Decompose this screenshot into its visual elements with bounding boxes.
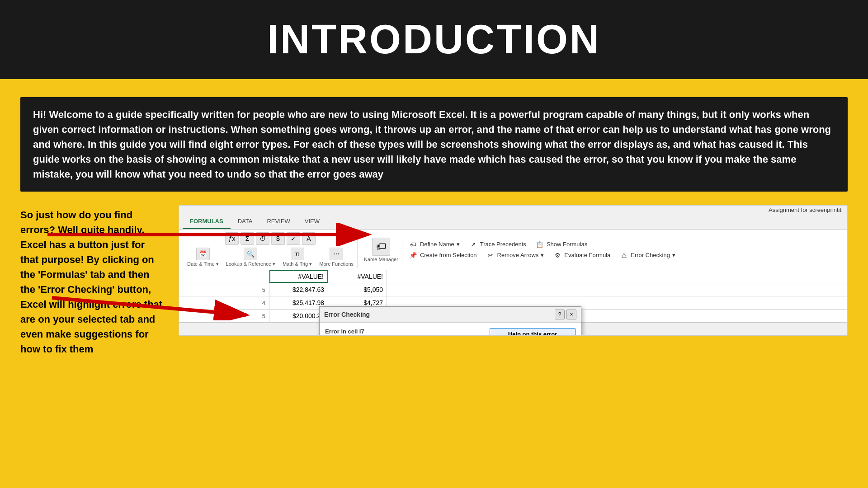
- evaluate-formula-label: Evaluate Formula: [564, 252, 610, 258]
- date-time-icon[interactable]: 📅: [196, 248, 210, 260]
- error-dialog: Error Checking ? × Error in cell I7 =E7+…: [319, 306, 581, 336]
- dialog-close-btn[interactable]: ×: [566, 310, 576, 319]
- tab-view[interactable]: VIEW: [297, 214, 327, 229]
- cell-row-num-3: 5: [179, 310, 269, 322]
- date-time-label: Date & Time ▾: [187, 261, 219, 267]
- define-name-label: Define Name: [420, 241, 454, 248]
- cell-value2[interactable]: #VALUE!: [328, 270, 387, 283]
- logical-icon[interactable]: ✓: [287, 232, 300, 245]
- dialog-help-btn[interactable]: ?: [555, 310, 565, 319]
- error-checking-btn[interactable]: ⚠ Error Checking ▾: [619, 251, 675, 260]
- create-from-selection-label: Create from Selection: [420, 252, 477, 258]
- ribbon-function-group: ƒx Σ ⏱ $ ✓ A 📅 Date & Time ▾: [184, 231, 358, 268]
- show-formulas-btn[interactable]: 📋 Show Formulas: [535, 240, 587, 249]
- remove-arrows-dropdown: ▾: [541, 252, 544, 258]
- financial-icon[interactable]: $: [271, 232, 285, 245]
- ribbon-tabs: FORMULAS DATA REVIEW VIEW: [179, 214, 847, 230]
- show-formulas-icon: 📋: [535, 240, 544, 249]
- lookup-reference-icon[interactable]: 🔍: [244, 248, 257, 260]
- tab-data[interactable]: DATA: [231, 214, 260, 229]
- evaluate-formula-btn[interactable]: ⚙ Evaluate Formula: [553, 251, 610, 260]
- dialog-right: Help on this error Show Calculation Step…: [490, 328, 576, 336]
- lookup-label: Lookup & Reference ▾: [226, 261, 275, 267]
- math-label: Math & Trig ▾: [283, 261, 312, 267]
- name-manager-label[interactable]: Name Manager: [364, 257, 398, 262]
- intro-text: Hi! Welcome to a guide specifically writ…: [33, 107, 835, 182]
- ribbon-formula-auditing: 🏷 Define Name ▾ ↗ Trace Precedents 📋: [405, 240, 843, 260]
- dialog-cell-info: Error in cell I7: [325, 328, 484, 335]
- evaluate-formula-icon: ⚙: [553, 251, 562, 260]
- tab-formulas[interactable]: FORMULAS: [183, 214, 231, 229]
- ribbon-icons-row: ƒx Σ ⏱ $ ✓ A: [225, 232, 316, 245]
- error-checking-label: Error Checking: [631, 252, 670, 258]
- main-content: So just how do you find errors? Well qui…: [20, 205, 848, 357]
- ribbon-row-2: 📌 Create from Selection ✂ Remove Arrows …: [409, 251, 843, 260]
- trace-precedents-icon: ↗: [469, 240, 478, 249]
- create-from-selection-btn[interactable]: 📌 Create from Selection: [409, 251, 477, 260]
- help-on-error-btn[interactable]: Help on this error: [490, 328, 576, 336]
- dialog-titlebar: Error Checking ? ×: [320, 307, 581, 323]
- excel-container: Assignment for screenprintiti FORMULAS D…: [179, 205, 848, 336]
- remove-arrows-label: Remove Arrows: [497, 252, 539, 258]
- spreadsheet-grid: #VALUE! #VALUE! 5 $22,847.63 $5,050 4 $2…: [179, 270, 847, 323]
- define-name-arrow: ▾: [457, 241, 460, 248]
- left-panel-text: So just how do you find errors? Well qui…: [20, 207, 165, 357]
- spreadsheet-row-2: 5 $22,847.63 $5,050: [179, 283, 847, 296]
- dialog-body: Error in cell I7 =E7+F7+G7 Error in Valu…: [320, 323, 581, 336]
- intro-box: Hi! Welcome to a guide specifically writ…: [20, 97, 848, 192]
- cell-amount1[interactable]: $22,847.63: [269, 283, 328, 296]
- cell-value1[interactable]: #VALUE!: [269, 270, 328, 283]
- cell-amount2[interactable]: $5,050: [328, 283, 387, 296]
- error-checking-icon: ⚠: [619, 251, 628, 260]
- trace-precedents-btn[interactable]: ↗ Trace Precedents: [469, 240, 526, 249]
- spreadsheet-row-1: #VALUE! #VALUE!: [179, 270, 847, 283]
- cell-row-num-2: 4: [179, 296, 269, 309]
- math-trig-icon[interactable]: π: [291, 248, 304, 260]
- page-title: INTRODUCTION: [267, 16, 601, 63]
- more-functions-label[interactable]: More Functions: [319, 261, 354, 267]
- left-panel: So just how do you find errors? Well qui…: [20, 205, 165, 357]
- dialog-left: Error in cell I7 =E7+F7+G7 Error in Valu…: [325, 328, 484, 336]
- name-manager-group: 🏷 Name Manager: [360, 237, 402, 263]
- more-functions-icon[interactable]: ⋯: [330, 248, 343, 260]
- name-manager-icon[interactable]: 🏷: [372, 238, 390, 256]
- autosum-icon[interactable]: Σ: [241, 232, 254, 245]
- insert-function-icon[interactable]: ƒx: [225, 232, 239, 245]
- show-formulas-label: Show Formulas: [547, 241, 587, 248]
- assignment-label: Assignment for screenprintiti: [179, 206, 847, 214]
- define-name-icon: 🏷: [409, 240, 418, 249]
- remove-arrows-btn[interactable]: ✂ Remove Arrows ▾: [486, 251, 544, 260]
- yellow-stripe: [0, 79, 868, 97]
- trace-precedents-label: Trace Precedents: [480, 241, 526, 248]
- define-name-btn[interactable]: 🏷 Define Name ▾: [409, 240, 460, 249]
- dialog-controls: ? ×: [555, 310, 576, 319]
- tab-review[interactable]: REVIEW: [259, 214, 297, 229]
- text-icon[interactable]: A: [302, 232, 316, 245]
- ribbon-content: ƒx Σ ⏱ $ ✓ A 📅 Date & Time ▾: [179, 230, 847, 270]
- create-from-selection-icon: 📌: [409, 251, 418, 260]
- recently-used-icon[interactable]: ⏱: [256, 232, 269, 245]
- right-panel: Assignment for screenprintiti FORMULAS D…: [179, 205, 848, 357]
- cell-row-num-1: 5: [179, 283, 269, 296]
- cell-empty-1[interactable]: [179, 270, 269, 283]
- remove-arrows-icon: ✂: [486, 251, 495, 260]
- ribbon-row-1: 🏷 Define Name ▾ ↗ Trace Precedents 📋: [409, 240, 843, 249]
- header-section: INTRODUCTION: [0, 0, 868, 79]
- dialog-title: Error Checking: [324, 311, 370, 318]
- error-checking-dropdown: ▾: [672, 252, 675, 258]
